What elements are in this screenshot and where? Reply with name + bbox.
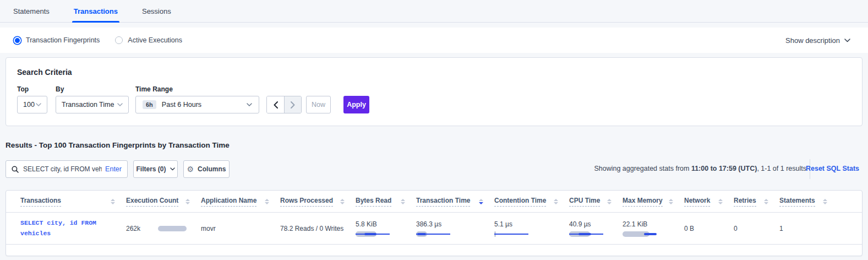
aggregated-stats-text: Showing aggregated stats from 11:00 to 1… — [594, 165, 806, 172]
radio-transaction-fingerprints[interactable]: Transaction Fingerprints — [14, 36, 100, 44]
chevron-down-icon — [170, 167, 175, 171]
application-name-value: movr — [201, 225, 216, 232]
search-input[interactable] — [23, 165, 102, 173]
column-header-network[interactable]: Network — [684, 197, 734, 207]
time-range-field-group: Time Range 6h Past 6 Hours — [129, 85, 259, 113]
tab-statements[interactable]: Statements — [13, 0, 50, 23]
search-criteria-panel: Search Criteria Top 100 By Transaction T… — [6, 57, 862, 126]
statements-value: 1 — [779, 225, 783, 232]
transaction-time-bar — [416, 231, 450, 237]
search-box: Enter — [6, 160, 128, 178]
contention-time-bar — [494, 231, 528, 237]
cell-statements: 1 — [779, 225, 838, 232]
sort-icon — [607, 199, 612, 204]
radio-label: Transaction Fingerprints — [26, 36, 100, 44]
execution-count-value: 262k — [126, 225, 140, 232]
sort-icon — [823, 199, 827, 204]
by-field-group: By Transaction Time — [47, 85, 129, 113]
cell-execution-count: 262k — [126, 225, 201, 232]
execution-count-bar — [158, 226, 187, 231]
cell-rows-processed: 78.2 Reads / 0 Writes — [280, 225, 356, 232]
chevron-down-icon — [844, 39, 850, 42]
time-range-value: Past 6 Hours — [162, 101, 247, 109]
sort-icon — [111, 199, 115, 204]
top-tab-bar: Statements Transactions Sessions — [0, 0, 868, 23]
columns-button[interactable]: ⚙ Columns — [183, 160, 230, 178]
previous-time-range-button[interactable] — [267, 96, 284, 113]
by-select[interactable]: Transaction Time — [56, 96, 129, 113]
show-description-toggle[interactable]: Show description — [785, 36, 850, 45]
sort-icon — [554, 199, 558, 204]
chevron-down-icon — [117, 103, 123, 106]
column-header-transaction-time[interactable]: Transaction Time — [416, 197, 494, 207]
filters-label: Filters (0) — [136, 165, 166, 173]
apply-button[interactable]: Apply — [343, 96, 369, 113]
stats-time-range: 11:00 to 17:59 (UTC) — [691, 165, 757, 172]
cell-bytes-read: 5.8 KiB — [356, 220, 416, 237]
cell-application-name: movr — [201, 225, 280, 232]
by-select-value: Transaction Time — [62, 101, 114, 109]
column-header-contention-time[interactable]: Contention Time — [494, 197, 569, 207]
cpu-time-value: 40.9 µs — [569, 220, 615, 228]
time-range-nav-group — [266, 96, 302, 113]
radio-unselected-icon — [115, 36, 123, 44]
column-header-max-memory[interactable]: Max Memory — [623, 197, 684, 207]
cell-cpu-time: 40.9 µs — [569, 220, 623, 237]
max-memory-bar — [623, 231, 657, 237]
columns-label: Columns — [198, 165, 226, 173]
time-range-label: Time Range — [135, 85, 259, 93]
cpu-time-bar — [569, 231, 603, 237]
contention-time-value: 5.1 µs — [494, 220, 561, 228]
reset-sql-stats-link[interactable]: Reset SQL Stats — [806, 165, 859, 172]
column-header-execution-count[interactable]: Execution Count — [126, 197, 201, 207]
column-header-statements[interactable]: Statements — [779, 197, 838, 207]
column-header-application-name[interactable]: Application Name — [201, 197, 280, 207]
gear-icon: ⚙ — [187, 165, 194, 173]
cell-transaction-time: 386.3 µs — [416, 220, 494, 237]
transaction-fingerprint-link[interactable]: SELECT city, id FROM vehicles — [20, 219, 96, 236]
chevron-right-icon — [291, 101, 295, 109]
tab-sessions[interactable]: Sessions — [142, 0, 171, 23]
results-table: Transactions Execution Count Application… — [6, 190, 862, 256]
now-button[interactable]: Now — [306, 96, 331, 113]
column-header-cpu-time[interactable]: CPU Time — [569, 197, 623, 207]
table-header-row: Transactions Execution Count Application… — [6, 191, 862, 213]
radio-label: Active Executions — [128, 36, 182, 44]
results-heading: Results - Top 100 Transaction Fingerprin… — [6, 141, 230, 149]
table-row: SELECT city, id FROM vehicles 262k movr … — [6, 213, 862, 245]
transactions-page: Statements Transactions Sessions Transac… — [0, 0, 868, 260]
chevron-down-icon — [36, 103, 41, 106]
radio-selected-icon — [14, 37, 21, 44]
sort-icon — [764, 199, 768, 204]
top-select[interactable]: 100 — [17, 96, 47, 113]
by-label: By — [56, 85, 129, 93]
cell-contention-time: 5.1 µs — [494, 220, 569, 237]
top-select-value: 100 — [23, 101, 35, 109]
top-label: Top — [17, 85, 47, 93]
cell-retries: 0 — [734, 225, 779, 232]
max-memory-value: 22.1 KiB — [623, 220, 676, 228]
column-header-retries[interactable]: Retries — [734, 197, 779, 207]
sort-desc-icon — [479, 199, 483, 204]
next-time-range-button[interactable] — [284, 96, 301, 113]
column-header-rows-processed[interactable]: Rows Processed — [280, 197, 356, 207]
top-field-group: Top 100 — [17, 85, 47, 113]
bytes-read-value: 5.8 KiB — [356, 220, 408, 228]
column-header-bytes-read[interactable]: Bytes Read — [356, 197, 416, 207]
column-header-transactions[interactable]: Transactions — [20, 197, 126, 207]
results-controls-row: Enter Filters (0) ⚙ Columns Showing aggr… — [0, 160, 868, 178]
cell-transaction-fingerprint: SELECT city, id FROM vehicles — [20, 218, 126, 239]
filters-button[interactable]: Filters (0) — [133, 160, 178, 178]
search-icon — [12, 166, 19, 173]
tab-transactions[interactable]: Transactions — [74, 0, 118, 23]
cell-max-memory: 22.1 KiB — [623, 220, 684, 237]
search-enter-button[interactable]: Enter — [105, 165, 122, 173]
sort-icon — [185, 199, 190, 204]
time-range-select[interactable]: 6h Past 6 Hours — [135, 96, 259, 113]
sort-icon — [718, 199, 723, 204]
network-value: 0 B — [684, 225, 694, 232]
view-mode-strip: Transaction Fingerprints Active Executio… — [0, 28, 868, 53]
radio-active-executions[interactable]: Active Executions — [115, 36, 182, 44]
cell-network: 0 B — [684, 225, 734, 232]
chevron-down-icon — [247, 103, 252, 106]
